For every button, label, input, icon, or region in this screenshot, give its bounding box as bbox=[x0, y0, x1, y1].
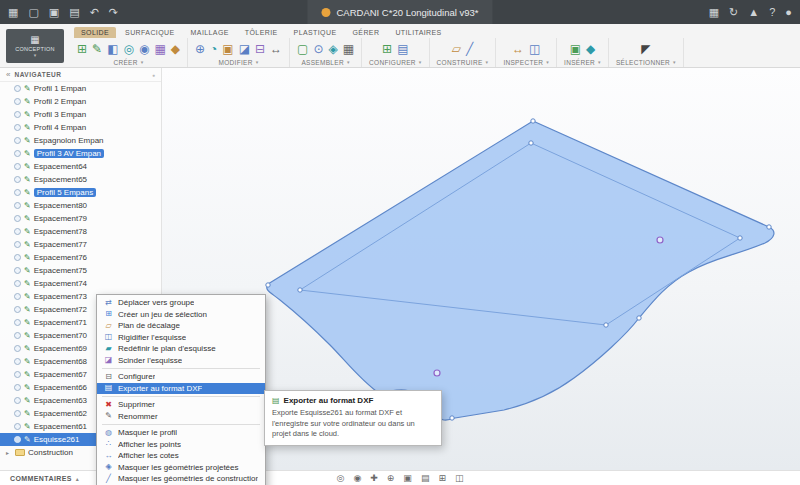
visibility-bulb-icon[interactable] bbox=[14, 319, 21, 326]
visibility-bulb-icon[interactable] bbox=[14, 85, 21, 92]
rigid-group-icon[interactable]: ▦ bbox=[343, 43, 354, 55]
configuration-table-icon[interactable]: ▤ bbox=[397, 43, 408, 55]
configure-icon[interactable]: ⊞ bbox=[382, 43, 392, 55]
context-menu-item[interactable]: ◫ Rigidifier l'esquisse bbox=[97, 332, 265, 344]
ribbon-group-dropdown[interactable]: ASSEMBLER ▾ bbox=[301, 59, 349, 66]
visibility-bulb-icon[interactable] bbox=[14, 137, 21, 144]
create-sketch-icon[interactable]: ✎ bbox=[92, 43, 102, 55]
insert-mesh-icon[interactable]: ◆ bbox=[586, 43, 595, 55]
ribbon-group-dropdown[interactable]: SÉLECTIONNER ▾ bbox=[616, 59, 676, 66]
context-menu-item[interactable]: ◪ Scinder l'esquisse bbox=[97, 355, 265, 367]
ribbon-tab[interactable]: SOLIDE bbox=[74, 27, 116, 38]
new-component-icon[interactable]: ⊞ bbox=[77, 43, 87, 55]
visibility-bulb-icon[interactable] bbox=[14, 384, 21, 391]
notifications-icon[interactable]: ▲ bbox=[748, 7, 759, 18]
tree-item[interactable]: ✎ Profil 1 Empan bbox=[0, 82, 161, 95]
visibility-bulb-icon[interactable] bbox=[14, 241, 21, 248]
open-file-icon[interactable]: ▣ bbox=[49, 7, 59, 18]
visibility-bulb-icon[interactable] bbox=[14, 228, 21, 235]
as-built-joint-icon[interactable]: ◈ bbox=[328, 43, 337, 55]
visibility-bulb-icon[interactable] bbox=[14, 202, 21, 209]
tree-item[interactable]: ✎ Espacement64 bbox=[0, 160, 161, 173]
context-menu-item[interactable]: ╱ Masquer les géométries de construction bbox=[97, 473, 265, 485]
ribbon-group-dropdown[interactable]: CONFIGURER ▾ bbox=[369, 59, 422, 66]
visibility-bulb-icon[interactable] bbox=[14, 150, 21, 157]
extensions-icon[interactable]: ▦ bbox=[709, 7, 719, 18]
display-settings-icon[interactable]: ▤ bbox=[421, 474, 430, 483]
revolve-icon[interactable]: ◎ bbox=[123, 43, 133, 55]
axis-icon[interactable]: ╱ bbox=[466, 43, 473, 55]
align-icon[interactable]: ↔ bbox=[270, 43, 282, 55]
visibility-bulb-icon[interactable] bbox=[14, 371, 21, 378]
tree-item[interactable]: ✎ Profil 2 Empan bbox=[0, 95, 161, 108]
hole-icon[interactable]: ◉ bbox=[139, 43, 149, 55]
ribbon-tab[interactable]: TÔLERIE bbox=[238, 27, 285, 38]
visibility-bulb-icon[interactable] bbox=[14, 423, 21, 430]
help-icon[interactable]: ? bbox=[769, 7, 775, 18]
context-menu-item[interactable]: ∴ Afficher les points bbox=[97, 439, 265, 451]
visibility-bulb-icon[interactable] bbox=[14, 163, 21, 170]
tree-item[interactable]: ✎ Espacement76 bbox=[0, 251, 161, 264]
visibility-bulb-icon[interactable] bbox=[14, 410, 21, 417]
tree-item[interactable]: ✎ Espagnolon Empan bbox=[0, 134, 161, 147]
browser-header[interactable]: « NAVIGATEUR ● bbox=[0, 68, 161, 82]
undo-icon[interactable]: ↶ bbox=[90, 7, 99, 18]
context-menu-item[interactable]: ▤ Exporter au format DXF bbox=[97, 383, 265, 395]
ribbon-tab[interactable]: UTILITAIRES bbox=[388, 27, 448, 38]
browser-options-icon[interactable]: ● bbox=[152, 72, 155, 78]
ribbon-tab[interactable]: GÉRER bbox=[345, 27, 386, 38]
account-avatar-icon[interactable]: ● bbox=[785, 7, 792, 18]
tree-item[interactable]: ✎ Profil 3 Empan bbox=[0, 108, 161, 121]
orbit-icon[interactable]: ◎ bbox=[337, 474, 345, 483]
context-menu-item[interactable]: ▰ Redéfinir le plan d'esquisse bbox=[97, 343, 265, 355]
fit-icon[interactable]: ▣ bbox=[403, 474, 412, 483]
visibility-bulb-icon[interactable] bbox=[14, 176, 21, 183]
assemble-component-icon[interactable]: ▢ bbox=[297, 43, 308, 55]
tree-item[interactable]: ✎ Espacement75 bbox=[0, 264, 161, 277]
visibility-bulb-icon[interactable] bbox=[14, 189, 21, 196]
context-menu-item[interactable]: ↔ Afficher les cotes bbox=[97, 450, 265, 462]
draft-icon[interactable]: ◪ bbox=[239, 43, 250, 55]
tree-item[interactable]: ✎ Espacement78 bbox=[0, 225, 161, 238]
tree-item[interactable]: ✎ Profil 5 Empans bbox=[0, 186, 161, 199]
visibility-bulb-icon[interactable] bbox=[14, 332, 21, 339]
job-status-icon[interactable]: ↻ bbox=[729, 7, 738, 18]
ribbon-group-dropdown[interactable]: INSÉRER ▾ bbox=[564, 59, 601, 66]
ribbon-group-dropdown[interactable]: CONSTRUIRE ▾ bbox=[437, 59, 489, 66]
tree-item[interactable]: ✎ Espacement77 bbox=[0, 238, 161, 251]
visibility-bulb-icon[interactable] bbox=[14, 98, 21, 105]
context-menu-item[interactable]: ▱ Plan de décalage bbox=[97, 320, 265, 332]
shell-icon[interactable]: ▣ bbox=[222, 43, 233, 55]
context-menu-item[interactable]: ⇄ Déplacer vers groupe bbox=[97, 297, 265, 309]
viewports-icon[interactable]: ◫ bbox=[455, 474, 464, 483]
tree-item[interactable]: ✎ Espacement65 bbox=[0, 173, 161, 186]
workspace-selector[interactable]: ▦ CONCEPTION ▾ bbox=[6, 29, 64, 63]
visibility-bulb-icon[interactable] bbox=[14, 215, 21, 222]
offset-plane-icon[interactable]: ▱ bbox=[452, 43, 461, 55]
context-menu-item[interactable]: ✎ Renommer bbox=[97, 411, 265, 423]
pan-icon[interactable]: ✚ bbox=[370, 474, 378, 483]
ribbon-group-dropdown[interactable]: MODIFIER ▾ bbox=[219, 59, 259, 66]
context-menu-item[interactable] bbox=[102, 396, 260, 397]
ribbon-tab[interactable]: MAILLAGE bbox=[184, 27, 236, 38]
visibility-bulb-icon[interactable] bbox=[14, 397, 21, 404]
app-menu-icon[interactable]: ▦ bbox=[8, 7, 18, 18]
visibility-bulb-icon[interactable] bbox=[14, 358, 21, 365]
visibility-bulb-icon[interactable] bbox=[14, 436, 21, 443]
joint-icon[interactable]: ⊙ bbox=[313, 43, 323, 55]
ribbon-tab[interactable]: SURFACIQUE bbox=[118, 27, 182, 38]
tree-item[interactable]: ✎ Espacement80 bbox=[0, 199, 161, 212]
context-menu-item[interactable]: ◍ Masquer le profil bbox=[97, 427, 265, 439]
document-tab[interactable]: CARDANI C*20 Longitudinal v93* bbox=[307, 0, 492, 24]
ribbon-group-dropdown[interactable]: CRÉER ▾ bbox=[113, 59, 143, 66]
fillet-icon[interactable]: ◔ bbox=[210, 43, 217, 55]
measure-icon[interactable]: ↔ bbox=[512, 43, 524, 55]
form-icon[interactable]: ◆ bbox=[171, 43, 180, 55]
tree-item[interactable]: ✎ Espacement79 bbox=[0, 212, 161, 225]
visibility-bulb-icon[interactable] bbox=[14, 345, 21, 352]
insert-derive-icon[interactable]: ▣ bbox=[570, 43, 581, 55]
new-file-icon[interactable]: ▢ bbox=[28, 7, 38, 18]
press-pull-icon[interactable]: ⊕ bbox=[195, 43, 205, 55]
visibility-bulb-icon[interactable] bbox=[14, 293, 21, 300]
combine-icon[interactable]: ⊟ bbox=[255, 43, 265, 55]
